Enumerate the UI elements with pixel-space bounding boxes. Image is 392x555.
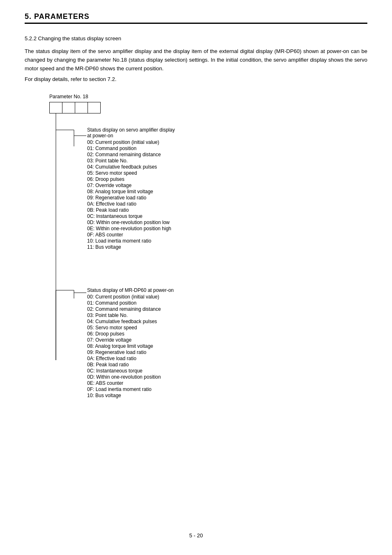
param-box-3 <box>75 102 88 113</box>
param-box-1 <box>49 102 62 113</box>
header-section: 5. PARAMETERS <box>25 12 367 24</box>
svg-text:0B: Peak load ratio: 0B: Peak load ratio <box>87 362 129 368</box>
diagram-container: Parameter No. 18 Status display on servo… <box>49 94 367 394</box>
svg-text:0C: Instantaneous torque: 0C: Instantaneous torque <box>87 213 143 219</box>
svg-text:11: Bus voltage: 11: Bus voltage <box>87 244 121 250</box>
svg-text:0E: ABS counter: 0E: ABS counter <box>87 380 123 386</box>
svg-text:Status display of MR-DP60 at p: Status display of MR-DP60 at power-on <box>87 287 174 293</box>
svg-text:0F: ABS counter: 0F: ABS counter <box>87 232 123 238</box>
svg-text:0C: Instantaneous torque: 0C: Instantaneous torque <box>87 368 143 374</box>
svg-text:0A: Effective load ratio: 0A: Effective load ratio <box>87 356 136 361</box>
svg-text:08: Analog torque limit voltag: 08: Analog torque limit voltage <box>87 189 153 194</box>
svg-text:03: Point table No.: 03: Point table No. <box>87 158 128 164</box>
svg-text:0D: Within one-revolution posi: 0D: Within one-revolution position <box>87 374 161 380</box>
svg-text:09: Regenerative load ratio: 09: Regenerative load ratio <box>87 349 146 355</box>
svg-text:01: Command position: 01: Command position <box>87 300 136 306</box>
svg-text:05: Servo motor speed: 05: Servo motor speed <box>87 325 137 331</box>
body-paragraph1: The status display item of the servo amp… <box>25 47 367 73</box>
svg-text:03: Point table No.: 03: Point table No. <box>87 312 128 318</box>
svg-text:05: Servo motor speed: 05: Servo motor speed <box>87 170 137 176</box>
svg-text:0D: Within one-revolution posi: 0D: Within one-revolution position low <box>87 220 170 225</box>
param-boxes <box>49 102 367 113</box>
header-title: 5. PARAMETERS <box>25 12 367 21</box>
param-box-4 <box>88 102 101 113</box>
svg-text:07: Override voltage: 07: Override voltage <box>87 337 131 343</box>
page-number: 5 - 20 <box>189 532 203 539</box>
svg-text:07: Override voltage: 07: Override voltage <box>87 183 131 188</box>
svg-text:04: Cumulative feedback pulses: 04: Cumulative feedback pulses <box>87 164 157 170</box>
svg-text:0A: Effective load ratio: 0A: Effective load ratio <box>87 201 136 207</box>
param-box-2 <box>62 102 75 113</box>
svg-text:10: Load inertia moment ratio: 10: Load inertia moment ratio <box>87 238 151 244</box>
svg-text:08: Analog torque limit voltag: 08: Analog torque limit voltage <box>87 343 153 349</box>
svg-text:02: Command remaining distance: 02: Command remaining distance <box>87 306 161 312</box>
section-title: 5.2.2 Changing the status display screen <box>25 35 367 42</box>
svg-text:02: Command remaining distance: 02: Command remaining distance <box>87 152 161 157</box>
svg-text:00: Current position (initial : 00: Current position (initial value) <box>87 294 159 300</box>
param-label: Parameter No. 18 <box>49 94 367 99</box>
page: 5. PARAMETERS 5.2.2 Changing the status … <box>0 0 392 555</box>
page-footer: 5 - 20 <box>0 532 392 539</box>
svg-text:06: Droop pulses: 06: Droop pulses <box>87 331 125 337</box>
svg-text:0B: Peak load ratio: 0B: Peak load ratio <box>87 207 129 213</box>
svg-text:01: Command position: 01: Command position <box>87 146 136 151</box>
body-paragraph2: For display details, refer to section 7.… <box>25 75 367 84</box>
svg-text:06: Droop pulses: 06: Droop pulses <box>87 176 125 182</box>
svg-text:04: Cumulative feedback pulses: 04: Cumulative feedback pulses <box>87 319 157 324</box>
svg-text:09: Regenerative load ratio: 09: Regenerative load ratio <box>87 195 146 201</box>
svg-text:0F: Load inertia moment ratio: 0F: Load inertia moment ratio <box>87 386 152 392</box>
svg-text:10: Bus voltage: 10: Bus voltage <box>87 393 121 398</box>
svg-text:Status display on servo amplif: Status display on servo amplifier displa… <box>87 127 175 133</box>
svg-text:at power-on: at power-on <box>87 133 113 139</box>
diagram-svg: Status display on servo amplifier displa… <box>49 113 304 393</box>
svg-text:0E: Within one-revolution posi: 0E: Within one-revolution position high <box>87 226 171 231</box>
svg-text:00: Current position (initial : 00: Current position (initial value) <box>87 139 159 145</box>
